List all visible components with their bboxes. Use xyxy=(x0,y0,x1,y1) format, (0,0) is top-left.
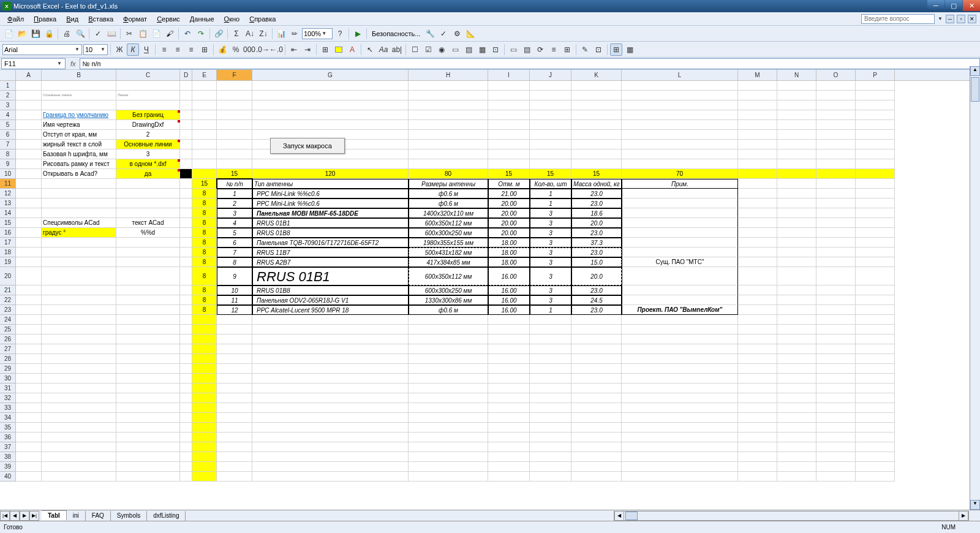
col-header-N[interactable]: N xyxy=(777,70,816,80)
cell-D9[interactable] xyxy=(180,159,192,169)
cell-M31[interactable] xyxy=(738,384,777,393)
cell-G16[interactable]: RRUS 01B8 xyxy=(252,228,409,238)
cell-D11[interactable] xyxy=(180,179,192,189)
cell-M22[interactable] xyxy=(738,295,777,305)
cell-E17[interactable]: 8 xyxy=(192,238,217,248)
cell-M15[interactable] xyxy=(738,218,777,228)
cell-G19[interactable]: RRUS A2B7 xyxy=(252,257,409,267)
cell-P10[interactable] xyxy=(856,169,895,179)
cell-B6[interactable]: Отступ от края, мм xyxy=(42,130,116,140)
cell-C14[interactable] xyxy=(116,208,180,218)
cell-F1[interactable] xyxy=(217,81,252,91)
cell-H34[interactable] xyxy=(409,413,488,423)
col-header-L[interactable]: L xyxy=(622,70,738,80)
col-header-H[interactable]: H xyxy=(409,70,488,80)
cell-A26[interactable] xyxy=(16,335,42,344)
cell-J40[interactable] xyxy=(530,472,571,482)
cell-M28[interactable] xyxy=(738,354,777,364)
cell-L5[interactable] xyxy=(622,120,738,130)
form-btn-11[interactable]: ≡ xyxy=(548,43,560,56)
cell-E28[interactable] xyxy=(192,354,217,364)
cell-F15[interactable]: 4 xyxy=(217,218,252,228)
cell-O19[interactable] xyxy=(816,257,856,267)
cell-B3[interactable] xyxy=(42,100,116,110)
cell-A39[interactable] xyxy=(16,462,42,472)
cell-O38[interactable] xyxy=(816,452,856,462)
cell-B27[interactable] xyxy=(42,344,116,354)
cell-F10[interactable]: 15 xyxy=(217,169,252,179)
cell-G30[interactable] xyxy=(252,374,409,384)
cell-E14[interactable]: 8 xyxy=(192,208,217,218)
cell-K13[interactable]: 23.0 xyxy=(571,198,622,208)
col-header-G[interactable]: G xyxy=(252,70,409,80)
cell-O24[interactable] xyxy=(816,315,856,325)
cell-C29[interactable] xyxy=(116,364,180,374)
cell-I20[interactable]: 16.00 xyxy=(488,267,530,285)
cell-I40[interactable] xyxy=(488,472,530,482)
borders-button[interactable]: ⊞ xyxy=(319,43,331,56)
row-header-32[interactable]: 32 xyxy=(0,393,16,403)
drawing-button[interactable]: ✏ xyxy=(288,28,301,40)
cell-I37[interactable] xyxy=(488,442,530,452)
row-header-25[interactable]: 25 xyxy=(0,325,16,335)
cell-H4[interactable] xyxy=(409,110,488,120)
cell-J25[interactable] xyxy=(530,325,571,335)
sec-btn-1[interactable]: 🔧 xyxy=(424,28,436,40)
cell-B24[interactable] xyxy=(42,315,116,325)
cell-M35[interactable] xyxy=(738,423,777,433)
sort-desc-button[interactable]: Z↓ xyxy=(257,28,270,40)
cell-B5[interactable]: Имя чертежа xyxy=(42,120,116,130)
cell-P15[interactable] xyxy=(856,218,895,228)
cell-P14[interactable] xyxy=(856,208,895,218)
cell-G14[interactable]: Панельная MOBI MBMF-65-18DDE xyxy=(252,208,409,218)
menu-Вставка[interactable]: Вставка xyxy=(83,14,118,24)
cell-J21[interactable]: 3 xyxy=(530,285,571,295)
cell-K35[interactable] xyxy=(571,423,622,433)
cell-D1[interactable] xyxy=(180,81,192,91)
cell-K11[interactable]: Масса одной, кг xyxy=(571,179,622,189)
cell-G31[interactable] xyxy=(252,384,409,393)
cell-G2[interactable] xyxy=(252,91,409,100)
cell-H9[interactable] xyxy=(409,159,488,169)
cell-C2[interactable]: Линии xyxy=(116,91,180,100)
row-header-15[interactable]: 15 xyxy=(0,218,16,228)
undo-button[interactable]: ↶ xyxy=(181,28,194,40)
cell-K33[interactable] xyxy=(571,403,622,413)
cell-G33[interactable] xyxy=(252,403,409,413)
cell-E11[interactable]: 15 xyxy=(192,179,217,189)
cell-M18[interactable] xyxy=(738,248,777,257)
cell-J39[interactable] xyxy=(530,462,571,472)
align-center-button[interactable]: ≡ xyxy=(172,43,184,56)
col-header-A[interactable]: A xyxy=(16,70,42,80)
cell-N19[interactable] xyxy=(777,257,816,267)
cell-O25[interactable] xyxy=(816,325,856,335)
cell-F40[interactable] xyxy=(217,472,252,482)
cell-P25[interactable] xyxy=(856,325,895,335)
cell-I32[interactable] xyxy=(488,393,530,403)
cell-A13[interactable] xyxy=(16,198,42,208)
cell-H25[interactable] xyxy=(409,325,488,335)
cell-G20[interactable]: RRUS 01B1 xyxy=(252,267,409,285)
row-header-13[interactable]: 13 xyxy=(0,198,16,208)
cell-E29[interactable] xyxy=(192,364,217,374)
spelling-button[interactable]: ✓ xyxy=(92,28,104,40)
cell-O28[interactable] xyxy=(816,354,856,364)
cell-O33[interactable] xyxy=(816,403,856,413)
cell-O27[interactable] xyxy=(816,344,856,354)
cell-F37[interactable] xyxy=(217,442,252,452)
cell-D24[interactable] xyxy=(180,315,192,325)
cell-A21[interactable] xyxy=(16,285,42,295)
cell-E16[interactable]: 8 xyxy=(192,228,217,238)
cell-J37[interactable] xyxy=(530,442,571,452)
cell-J7[interactable] xyxy=(530,140,571,149)
sheet-tab-ini[interactable]: ini xyxy=(67,511,86,521)
cell-J24[interactable] xyxy=(530,315,571,325)
cell-D20[interactable] xyxy=(180,267,192,285)
cell-M30[interactable] xyxy=(738,374,777,384)
row-header-17[interactable]: 17 xyxy=(0,238,16,248)
open-button[interactable]: 📂 xyxy=(16,28,28,40)
cell-C3[interactable] xyxy=(116,100,180,110)
cell-B4[interactable]: Граница по умолчанию xyxy=(42,110,116,120)
cell-J28[interactable] xyxy=(530,354,571,364)
maximize-button[interactable]: ▢ xyxy=(945,0,962,11)
